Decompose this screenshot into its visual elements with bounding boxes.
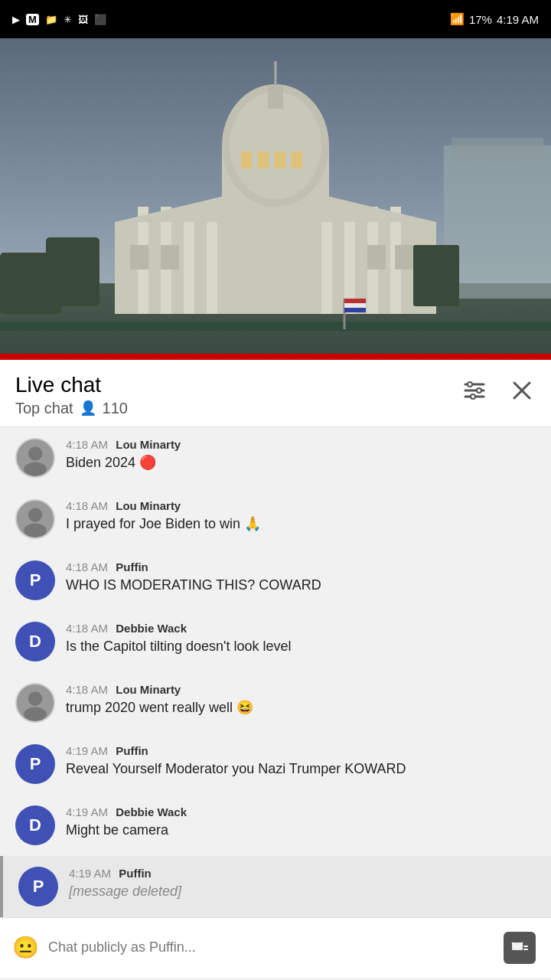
- svg-rect-30: [0, 322, 551, 331]
- svg-point-49: [24, 523, 47, 537]
- message-text: [message deleted]: [69, 882, 536, 901]
- chat-message: 4:18 AM Lou Minarty trump 2020 went real…: [0, 672, 551, 733]
- svg-rect-3: [46, 237, 99, 306]
- svg-point-40: [477, 388, 481, 393]
- message-meta: 4:18 AM Lou Minarty: [66, 438, 536, 451]
- chat-subtitle: Top chat 👤 110: [15, 400, 128, 417]
- viewer-count: 110: [103, 400, 128, 417]
- time-text: 4:19 AM: [497, 13, 539, 26]
- youtube-icon: ▶: [12, 14, 20, 25]
- svg-rect-19: [241, 152, 252, 168]
- message-text: Biden 2024 🔴: [66, 453, 536, 472]
- message-text: I prayed for Joe Biden to win 🙏: [66, 514, 536, 534]
- message-username: Lou Minarty: [116, 683, 181, 696]
- chat-message: P 4:18 AM Puffin WHO IS MODERATING THIS?…: [0, 550, 551, 611]
- svg-rect-10: [344, 207, 355, 314]
- svg-rect-8: [207, 207, 217, 314]
- message-body: 4:18 AM Lou Minarty Biden 2024 🔴: [66, 438, 536, 472]
- live-chat-title: Live chat: [15, 372, 128, 398]
- svg-point-51: [28, 691, 42, 705]
- message-meta: 4:18 AM Puffin: [66, 560, 536, 573]
- viewer-icon: 👤: [80, 400, 96, 416]
- message-text: Might be camera: [66, 821, 536, 840]
- fan-icon: ✳: [64, 14, 72, 25]
- svg-point-39: [468, 382, 472, 387]
- video-area: [0, 38, 551, 360]
- message-body: 4:18 AM Puffin WHO IS MODERATING THIS? C…: [66, 560, 536, 595]
- message-time: 4:19 AM: [66, 805, 108, 818]
- send-icon: [504, 932, 536, 964]
- message-text: Reveal Yourself Moderator you Nazi Trump…: [66, 760, 536, 779]
- message-body: 4:18 AM Debbie Wack Is the Capitol tilti…: [66, 622, 536, 656]
- avatar: P: [15, 744, 55, 784]
- svg-point-48: [28, 508, 42, 521]
- image-icon: 🖼: [78, 14, 88, 25]
- avatar: [15, 438, 55, 478]
- message-time: 4:19 AM: [69, 867, 111, 880]
- svg-rect-25: [367, 245, 386, 270]
- send-button[interactable]: [500, 929, 539, 967]
- status-bar: ▶ M 📁 ✳ 🖼 ⬛ 📶 17% 4:19 AM: [0, 0, 551, 38]
- chat-message: P 4:19 AM Puffin Reveal Yourself Moderat…: [0, 733, 551, 795]
- chat-message: 4:18 AM Lou Minarty Biden 2024 🔴: [0, 427, 551, 488]
- message-text: WHO IS MODERATING THIS? COWARD: [66, 576, 536, 595]
- svg-rect-22: [292, 152, 302, 168]
- message-time: 4:18 AM: [66, 499, 108, 512]
- message-username: Lou Minarty: [116, 438, 181, 451]
- message-body: 4:19 AM Puffin [message deleted]: [69, 867, 536, 901]
- svg-rect-7: [184, 207, 194, 314]
- emoji-icon: 😐: [12, 936, 39, 959]
- close-icon: [511, 380, 533, 401]
- svg-point-52: [24, 707, 47, 720]
- chat-input-area: 😐: [0, 917, 551, 978]
- chat-message: D 4:19 AM Debbie Wack Might be camera: [0, 795, 551, 856]
- svg-rect-34: [344, 303, 366, 308]
- chat-header: Live chat Top chat 👤 110: [0, 360, 551, 427]
- svg-rect-33: [344, 299, 366, 303]
- message-body: 4:18 AM Lou Minarty I prayed for Joe Bid…: [66, 499, 536, 534]
- svg-rect-26: [395, 245, 413, 270]
- message-body: 4:19 AM Puffin Reveal Yourself Moderator…: [66, 744, 536, 779]
- message-meta: 4:19 AM Debbie Wack: [66, 805, 536, 818]
- message-username: Lou Minarty: [116, 499, 181, 512]
- chat-header-left: Live chat Top chat 👤 110: [15, 372, 128, 417]
- chat-header-right: [459, 372, 536, 408]
- chat-messages: 4:18 AM Lou Minarty Biden 2024 🔴 4:18 AM…: [0, 427, 551, 917]
- svg-rect-21: [275, 152, 285, 168]
- browser-icon: ⬛: [94, 14, 106, 25]
- message-meta: 4:19 AM Puffin: [66, 744, 536, 757]
- top-chat-label[interactable]: Top chat: [15, 400, 73, 417]
- avatar: D: [15, 805, 55, 845]
- svg-rect-24: [161, 245, 179, 270]
- avatar: P: [18, 867, 58, 906]
- message-time: 4:18 AM: [66, 683, 108, 696]
- status-bar-left: ▶ M 📁 ✳ 🖼 ⬛: [12, 14, 106, 25]
- chat-message: P 4:19 AM Puffin [message deleted]: [0, 856, 551, 917]
- folder-icon: 📁: [45, 14, 57, 25]
- svg-rect-17: [268, 86, 283, 109]
- message-time: 4:18 AM: [66, 622, 108, 635]
- status-bar-right: 📶 17% 4:19 AM: [450, 12, 539, 26]
- avatar: [15, 499, 55, 539]
- message-time: 4:19 AM: [66, 744, 108, 757]
- message-username: Debbie Wack: [116, 622, 187, 635]
- filter-button[interactable]: [459, 375, 490, 408]
- message-username: Puffin: [116, 744, 148, 757]
- video-progress-bar[interactable]: [0, 354, 551, 360]
- chat-message: D 4:18 AM Debbie Wack Is the Capitol til…: [0, 611, 551, 672]
- svg-rect-23: [130, 245, 148, 270]
- avatar: D: [15, 622, 55, 662]
- svg-rect-29: [413, 245, 459, 306]
- emoji-button[interactable]: 😐: [12, 935, 39, 960]
- message-meta: 4:19 AM Puffin: [69, 867, 536, 880]
- svg-point-46: [24, 462, 47, 475]
- message-username: Puffin: [119, 867, 152, 880]
- m-app-icon: M: [26, 14, 39, 25]
- message-username: Puffin: [116, 560, 148, 573]
- avatar: P: [15, 560, 55, 600]
- chat-input[interactable]: [48, 939, 491, 956]
- message-meta: 4:18 AM Debbie Wack: [66, 622, 536, 635]
- message-body: 4:19 AM Debbie Wack Might be camera: [66, 805, 536, 840]
- svg-rect-20: [258, 152, 269, 168]
- close-button[interactable]: [508, 377, 536, 407]
